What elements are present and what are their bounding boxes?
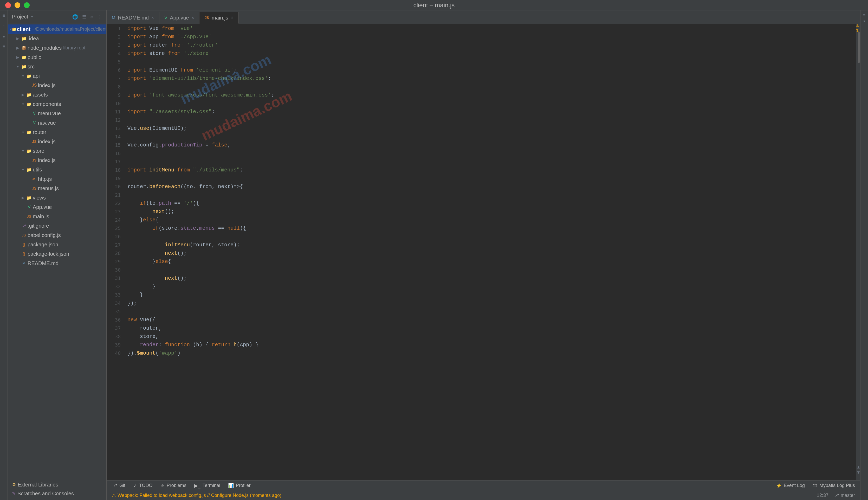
line-num-24: 24 (107, 216, 125, 224)
code-line-6: import ElementUI from 'element-ui'; (125, 66, 856, 75)
tree-item-package-json[interactable]: {} package.json (8, 240, 106, 249)
gear-icon[interactable]: ⚙ (91, 14, 93, 20)
tree-item-api-index[interactable]: JS index.js (8, 81, 106, 90)
profiler-button[interactable]: 📊 Profiler (228, 483, 251, 489)
tree-item-menus[interactable]: JS menus.js (8, 184, 106, 193)
tree-item-views[interactable]: ▶ 📁 views (8, 193, 106, 202)
line-num-1: 1 (107, 24, 125, 33)
code-content[interactable]: mudaima.com mudaima.com import Vue from … (125, 24, 856, 480)
time-status: 12:37 (817, 493, 829, 498)
tree-item-package-lock[interactable]: {} package-lock.json (8, 249, 106, 259)
mybatis-log-button[interactable]: 🗃 Mybatis Log Plus (813, 483, 855, 489)
problems-button[interactable]: ⚠ Problems (160, 483, 186, 489)
git-button[interactable]: ⎇ Git (112, 483, 125, 489)
tab-close-appvue[interactable]: × (192, 15, 194, 20)
settings-icon[interactable]: ⋮ (97, 14, 102, 20)
scrollbar-thumb[interactable] (858, 32, 860, 63)
code-line-27: initMenu(router, store); (125, 241, 856, 249)
code-line-22: if(to.path == '/'){ (125, 199, 856, 208)
line-num-2: 2 (107, 33, 125, 41)
tab-close-readme[interactable]: × (151, 15, 154, 20)
dropdown-arrow-icon[interactable]: ▾ (31, 14, 33, 20)
tree-label-client: client (17, 26, 31, 32)
tree-item-src[interactable]: ▾ 📁 src (8, 62, 106, 71)
tree-item-store-index[interactable]: JS index.js (8, 156, 106, 165)
line-num-18: 18 (107, 166, 125, 174)
tree-item-node-modules[interactable]: ▶ 📦 node_modules library root (8, 43, 106, 53)
problems-icon: ⚠ (160, 483, 165, 489)
tree-item-assets[interactable]: ▶ 📁 assets (8, 90, 106, 99)
tree-item-utils[interactable]: ▾ 📁 utils (8, 165, 106, 174)
sidebar-icons-panel: ⊞ ↑ ★ ≡ (0, 10, 8, 500)
code-line-33: } (125, 291, 856, 299)
tree-item-main-js[interactable]: JS main.js (8, 212, 106, 221)
tree-item-api[interactable]: ▾ 📁 api (8, 71, 106, 81)
line-num-4: 4 (107, 49, 125, 58)
structure-icon[interactable]: ≡ (1, 44, 7, 49)
line-num-33: 33 (107, 291, 125, 299)
tree-item-components[interactable]: ▾ 📁 components (8, 99, 106, 109)
tree-item-router-index[interactable]: JS index.js (8, 137, 106, 146)
commit-icon[interactable]: ↑ (1, 23, 7, 29)
line-num-15: 15 (107, 141, 125, 149)
editor-area[interactable]: 1 2 3 4 5 6 7 8 9 10 11 12 13 14 15 16 1 (107, 24, 860, 480)
file-tree-header: Project ▾ 🌐 ☰ ⚙ ⋮ (8, 10, 106, 23)
tree-item-idea[interactable]: ▶ 📁 .idea (8, 34, 106, 43)
list-icon[interactable]: ☰ (82, 14, 86, 20)
line-num-29: 29 (107, 258, 125, 266)
tree-item-public[interactable]: ▶ 📁 public (8, 53, 106, 62)
right-panel-structure-icon[interactable]: ≡ (862, 13, 867, 18)
event-log-icon: ⚡ (776, 483, 782, 489)
maximize-button[interactable] (24, 2, 30, 8)
code-line-13: Vue.use(ElementUI); (125, 124, 856, 133)
code-line-31: next(); (125, 274, 856, 283)
code-line-3: import router from './router' (125, 41, 856, 49)
line-num-23: 23 (107, 208, 125, 216)
right-panel-favorites-icon[interactable]: ★ (862, 18, 867, 23)
tree-item-readme[interactable]: M README.md (8, 259, 106, 268)
scroll-up-icon[interactable]: ▲ (857, 465, 860, 470)
code-line-5 (125, 58, 856, 66)
line-num-25: 25 (107, 224, 125, 232)
tree-item-gitignore[interactable]: ⎇ .gitignore (8, 221, 106, 230)
code-line-19 (125, 174, 856, 183)
tab-close-mainjs[interactable]: × (231, 15, 233, 20)
project-icon[interactable]: ⊞ (1, 13, 7, 18)
scrollbar-right[interactable]: ⚠ 1 ▲ ▼ (856, 24, 860, 480)
line-num-8: 8 (107, 83, 125, 91)
tree-item-babel-config[interactable]: JS babel.config.js (8, 230, 106, 240)
code-line-30 (125, 266, 856, 274)
tree-item-nav-vue[interactable]: V nav.vue (8, 118, 106, 127)
tree-item-store[interactable]: ▾ 📁 store (8, 146, 106, 156)
line-num-40: 40 (107, 349, 125, 357)
code-line-7: import 'element-ui/lib/theme-chalk/index… (125, 75, 856, 83)
line-num-5: 5 (107, 58, 125, 66)
tree-item-router[interactable]: ▾ 📁 router (8, 127, 106, 137)
tree-item-menu-vue[interactable]: V menu.vue (8, 109, 106, 118)
line-num-17: 17 (107, 158, 125, 166)
tree-item-client[interactable]: ▾ 📁 client ~/Downloads/mudaimaProject/cl… (8, 24, 106, 34)
line-num-39: 39 (107, 341, 125, 349)
tab-readme[interactable]: M README.md × (107, 12, 159, 24)
tree-item-http[interactable]: JS http.js (8, 174, 106, 184)
terminal-button[interactable]: ▶_ Terminal (194, 483, 220, 489)
code-line-1: import Vue from 'vue' (125, 24, 856, 33)
favorites-icon[interactable]: ★ (1, 34, 7, 39)
code-line-15: Vue.config.productionTip = false; (125, 141, 856, 149)
scroll-down-icon[interactable]: ▼ (857, 470, 860, 475)
todo-button[interactable]: ✓ TODO (133, 483, 153, 489)
external-libraries-item[interactable]: ⚙ External Libraries (12, 480, 102, 489)
title-bar: client – main.js (0, 0, 868, 10)
minimize-button[interactable] (14, 2, 20, 8)
tab-mainjs[interactable]: JS main.js × (199, 12, 239, 24)
branch-status[interactable]: ⎇ master (834, 493, 855, 498)
file-tree-bottom: ⚙ External Libraries ✎ Scratches and Con… (8, 478, 106, 500)
line-num-21: 21 (107, 191, 125, 199)
close-button[interactable] (5, 2, 11, 8)
tree-item-app-vue[interactable]: V App.vue (8, 202, 106, 212)
scratches-consoles-item[interactable]: ✎ Scratches and Consoles (12, 489, 102, 498)
globe-icon[interactable]: 🌐 (72, 14, 78, 20)
event-log-button[interactable]: ⚡ Event Log (776, 483, 805, 489)
tab-appvue[interactable]: V App.vue × (159, 12, 199, 24)
code-line-34: }); (125, 299, 856, 307)
